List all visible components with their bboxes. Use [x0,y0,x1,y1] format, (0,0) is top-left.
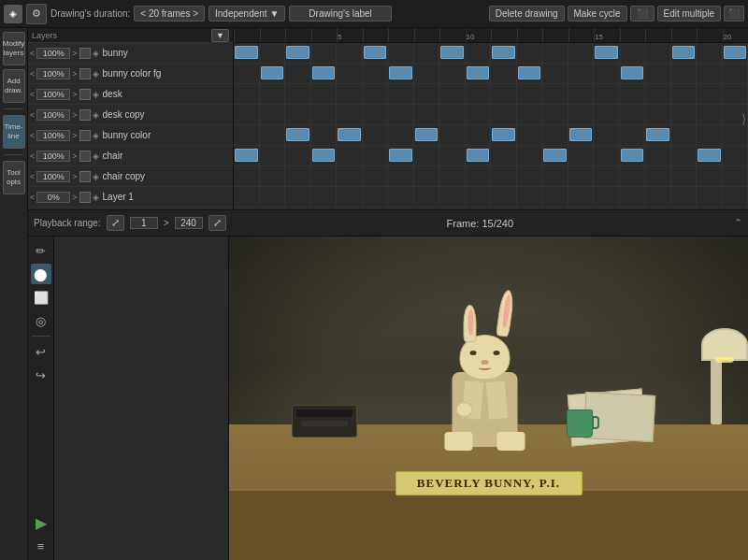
layer-pct-5[interactable]: 100% [36,151,70,162]
start-frame-input[interactable] [130,217,158,229]
track-cell-7-1[interactable] [260,187,286,208]
track-cell-4-16[interactable] [645,125,671,146]
track-cell-1-2[interactable] [285,64,311,84]
track-cell-0-12[interactable] [542,43,568,64]
layer-visibility-1[interactable] [79,68,91,79]
track-cell-5-12[interactable] [542,146,568,166]
track-cell-5-16[interactable] [645,146,671,166]
frame-block-1-1[interactable] [261,66,284,79]
track-cell-1-11[interactable] [517,64,543,84]
track-row-3[interactable] [234,105,748,125]
make-cycle-button[interactable]: Make cycle [568,6,627,22]
track-cell-6-10[interactable] [491,166,517,187]
track-cell-3-16[interactable] [645,105,671,125]
settings-button[interactable]: ⚙ [26,4,47,24]
layer-row[interactable]: < 100% > ◈ chair copy [28,166,233,187]
track-cell-7-18[interactable] [697,187,723,208]
layer-visibility-6[interactable] [79,171,91,182]
layer-visibility-5[interactable] [79,151,91,162]
layer-visibility-7[interactable] [79,192,91,203]
track-cell-3-8[interactable] [439,105,466,125]
track-cell-7-7[interactable] [414,187,440,208]
track-cell-1-17[interactable] [671,64,698,84]
track-cell-7-3[interactable] [311,187,338,208]
layer-arrow-5[interactable]: < [30,151,35,161]
track-cell-2-16[interactable] [645,84,671,105]
track-cell-3-10[interactable] [491,105,517,125]
track-cell-4-11[interactable] [517,125,543,146]
track-cell-4-3[interactable] [311,125,338,146]
expand-button-right[interactable]: ⤢ [209,215,226,231]
layer-row[interactable]: < 100% > ◈ bunny color [28,125,233,146]
layer-arrow-3[interactable]: < [30,110,35,120]
add-drawing-button[interactable]: Adddraw. [3,69,25,103]
layer-pct-arrow-1[interactable]: > [72,69,77,79]
track-row-6[interactable] [234,166,748,187]
track-cell-7-6[interactable] [388,187,414,208]
track-cell-7-4[interactable] [337,187,363,208]
layer-row[interactable]: < 100% > ◈ desk [28,84,233,105]
track-cell-4-9[interactable] [466,125,492,146]
track-cell-6-8[interactable] [439,166,466,187]
track-cell-5-11[interactable] [517,146,543,166]
track-cell-1-6[interactable] [388,64,414,84]
track-cell-1-3[interactable] [311,64,338,84]
track-cell-3-9[interactable] [466,105,492,125]
track-cell-0-8[interactable] [439,43,466,64]
layer-pct-1[interactable]: 100% [36,68,70,79]
frame-block-5-0[interactable] [235,149,258,162]
track-cell-0-4[interactable] [337,43,363,64]
track-cell-4-1[interactable] [260,125,286,146]
layer-arrow-0[interactable]: < [30,49,35,58]
track-cell-7-2[interactable] [285,187,311,208]
layer-arrow-2[interactable]: < [30,90,35,99]
track-cell-2-19[interactable] [723,84,749,105]
track-cell-5-0[interactable] [234,146,260,166]
frame-block-1-3[interactable] [312,66,336,79]
track-cell-7-8[interactable] [439,187,466,208]
track-cell-3-13[interactable] [568,105,595,125]
track-cell-4-2[interactable] [285,125,311,146]
frame-block-4-10[interactable] [492,128,515,141]
track-cell-5-1[interactable] [260,146,286,166]
track-cell-2-2[interactable] [285,84,311,105]
layer-pct-arrow-3[interactable]: > [72,110,77,120]
track-cell-0-11[interactable] [517,43,543,64]
layer-pct-arrow-2[interactable]: > [72,90,77,99]
track-row-2[interactable] [234,84,748,105]
track-cell-0-1[interactable] [260,43,286,64]
timeline-tracks[interactable]: 5101520 ⟩ [234,28,748,209]
track-cell-4-8[interactable] [439,125,466,146]
tool-options-button[interactable]: Toolopts [3,161,25,194]
track-cell-5-18[interactable] [697,146,723,166]
track-cell-6-9[interactable] [466,166,492,187]
track-cell-2-8[interactable] [439,84,466,105]
track-cell-1-5[interactable] [363,64,389,84]
track-cell-0-0[interactable] [234,43,260,64]
track-row-0[interactable] [234,43,748,64]
track-cell-1-12[interactable] [542,64,568,84]
track-cell-5-7[interactable] [414,146,440,166]
layer-visibility-2[interactable] [79,89,91,100]
frame-block-5-6[interactable] [389,149,412,162]
track-cell-7-10[interactable] [491,187,517,208]
layer-pct-7[interactable]: 0% [36,192,70,203]
track-cell-3-11[interactable] [517,105,543,125]
track-cell-5-19[interactable] [723,146,749,166]
track-cell-6-3[interactable] [311,166,338,187]
scroll-arrow[interactable]: ⟩ [741,111,746,126]
frame-block-4-13[interactable] [569,128,593,141]
track-cell-1-14[interactable] [594,64,620,84]
frame-block-0-10[interactable] [492,46,515,59]
modify-layers-button[interactable]: Modifylayers [3,32,25,65]
layer-visibility-0[interactable] [79,48,91,59]
track-cell-6-4[interactable] [337,166,363,187]
layer-row[interactable]: < 100% > ◈ chair [28,146,233,166]
track-cell-5-3[interactable] [311,146,338,166]
track-cell-0-13[interactable] [568,43,595,64]
independent-button[interactable]: Independent ▼ [209,6,285,22]
track-cell-5-13[interactable] [568,146,595,166]
track-cell-3-15[interactable] [620,105,646,125]
track-cell-4-6[interactable] [388,125,414,146]
track-cell-0-14[interactable] [594,43,620,64]
